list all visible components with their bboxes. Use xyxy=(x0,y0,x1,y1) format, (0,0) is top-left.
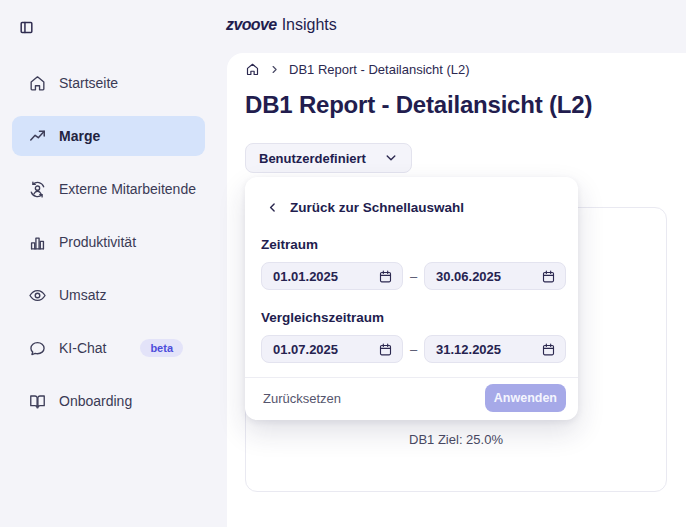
sidebar: Startseite Marge Externe Mitarbeitende P… xyxy=(12,63,205,434)
sidebar-item-label: Umsatz xyxy=(59,287,106,303)
comparison-start-input[interactable]: 01.07.2025 xyxy=(261,335,403,363)
date-range-popup: Zurück zur Schnellauswahl Zeitraum 01.01… xyxy=(245,177,578,420)
comparison-end-input[interactable]: 31.12.2025 xyxy=(424,335,566,363)
sidebar-item-label: Startseite xyxy=(59,75,118,91)
period-end-value: 30.06.2025 xyxy=(436,269,501,284)
calendar-icon xyxy=(378,269,393,284)
sidebar-item-label: Externe Mitarbeitende xyxy=(59,181,196,197)
home-icon xyxy=(28,74,47,93)
breadcrumb: DB1 Report - Detailansicht (L2) xyxy=(245,62,470,77)
date-range-dropdown[interactable]: Benutzerdefiniert xyxy=(245,143,412,173)
sidebar-toggle-button[interactable] xyxy=(15,16,37,38)
logo-product: Insights xyxy=(282,13,337,37)
eye-icon xyxy=(28,286,47,305)
panel-left-icon xyxy=(19,20,34,35)
range-separator: – xyxy=(410,342,417,357)
sidebar-item-externe-mitarbeitende[interactable]: Externe Mitarbeitende xyxy=(12,169,205,209)
calendar-icon xyxy=(541,269,556,284)
user-sync-icon xyxy=(28,180,47,199)
calendar-icon xyxy=(378,342,393,357)
sidebar-item-label: Produktivität xyxy=(59,234,136,250)
back-to-quick-select-label: Zurück zur Schnellauswahl xyxy=(290,200,464,215)
breadcrumb-home-icon[interactable] xyxy=(245,62,260,77)
sidebar-item-marge[interactable]: Marge xyxy=(12,116,205,156)
logo-brand: zvoove xyxy=(226,13,277,37)
calendar-icon xyxy=(541,342,556,357)
sidebar-item-umsatz[interactable]: Umsatz xyxy=(12,275,205,315)
popup-footer: Zurücksetzen Anwenden xyxy=(261,384,566,412)
book-open-icon xyxy=(28,392,47,411)
sidebar-item-produktivitaet[interactable]: Produktivität xyxy=(12,222,205,262)
bar-chart-icon xyxy=(28,233,47,252)
app-logo: zvoove Insights xyxy=(226,13,337,37)
comparison-period-row: 01.07.2025 – 31.12.2025 xyxy=(261,335,566,363)
period-start-input[interactable]: 01.01.2025 xyxy=(261,262,403,290)
popup-divider xyxy=(245,377,578,378)
beta-badge: beta xyxy=(140,339,183,357)
reset-button[interactable]: Zurücksetzen xyxy=(261,387,343,410)
sidebar-item-onboarding[interactable]: Onboarding xyxy=(12,381,205,421)
comparison-start-value: 01.07.2025 xyxy=(273,342,338,357)
comparison-end-value: 31.12.2025 xyxy=(436,342,501,357)
apply-button[interactable]: Anwenden xyxy=(485,384,566,412)
back-to-quick-select-button[interactable]: Zurück zur Schnellauswahl xyxy=(261,197,464,217)
period-label: Zeitraum xyxy=(261,237,566,252)
sidebar-item-ki-chat[interactable]: KI-Chat beta xyxy=(12,328,205,368)
period-start-value: 01.01.2025 xyxy=(273,269,338,284)
page-title: DB1 Report - Detailansicht (L2) xyxy=(245,91,592,119)
comparison-period-label: Vergleichszeitraum xyxy=(261,310,566,325)
chevron-down-icon xyxy=(384,151,398,165)
breadcrumb-current: DB1 Report - Detailansicht (L2) xyxy=(289,62,470,77)
chevron-left-icon xyxy=(266,201,279,214)
period-row: 01.01.2025 – 30.06.2025 xyxy=(261,262,566,290)
sidebar-item-label: Marge xyxy=(59,128,100,144)
sidebar-item-startseite[interactable]: Startseite xyxy=(12,63,205,103)
range-separator: – xyxy=(410,269,417,284)
period-end-input[interactable]: 30.06.2025 xyxy=(424,262,566,290)
chat-bubble-icon xyxy=(28,339,47,358)
sidebar-item-label: Onboarding xyxy=(59,393,132,409)
trending-up-icon xyxy=(28,127,47,146)
sidebar-item-label: KI-Chat xyxy=(59,340,106,356)
date-range-dropdown-value: Benutzerdefiniert xyxy=(259,151,366,166)
chevron-right-icon xyxy=(269,64,280,75)
